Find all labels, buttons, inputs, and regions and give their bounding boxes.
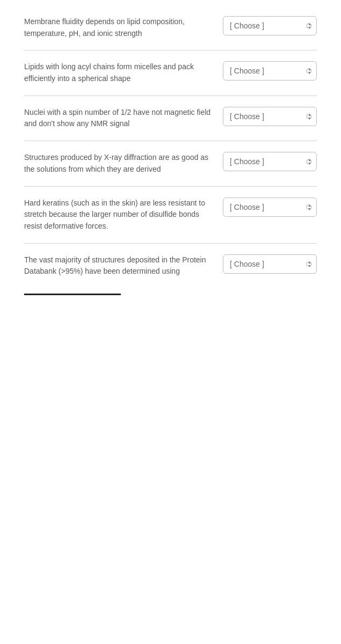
quiz-row-3: Nuclei with a spin number of 1/2 have no… <box>24 96 317 141</box>
select-wrapper-3: [ Choose ]TrueFalse <box>223 107 317 126</box>
choose-select-3[interactable]: [ Choose ]TrueFalse <box>223 107 317 126</box>
select-wrapper-2: [ Choose ]TrueFalse <box>223 61 317 80</box>
choose-select-6[interactable]: [ Choose ]TrueFalse <box>223 254 317 274</box>
statement-1: Membrane fluidity depends on lipid compo… <box>24 16 223 39</box>
statement-2: Lipids with long acyl chains form micell… <box>24 61 223 84</box>
choose-select-1[interactable]: [ Choose ]TrueFalse <box>223 16 317 35</box>
underline-decoration <box>24 294 121 295</box>
quiz-container: Membrane fluidity depends on lipid compo… <box>0 0 341 294</box>
select-wrapper-4: [ Choose ]TrueFalse <box>223 152 317 171</box>
choose-select-2[interactable]: [ Choose ]TrueFalse <box>223 61 317 80</box>
choose-select-4[interactable]: [ Choose ]TrueFalse <box>223 152 317 171</box>
quiz-row-4: Structures produced by X-ray diffraction… <box>24 141 317 186</box>
quiz-row-5: Hard keratins (such as in the skin) are … <box>24 187 317 244</box>
select-wrapper-1: [ Choose ]TrueFalse <box>223 16 317 35</box>
quiz-row-2: Lipids with long acyl chains form micell… <box>24 50 317 96</box>
quiz-row-6: The vast majority of structures deposite… <box>24 244 317 288</box>
statement-5: Hard keratins (such as in the skin) are … <box>24 197 223 232</box>
select-wrapper-6: [ Choose ]TrueFalse <box>223 254 317 274</box>
quiz-row-1: Membrane fluidity depends on lipid compo… <box>24 5 317 50</box>
statement-3: Nuclei with a spin number of 1/2 have no… <box>24 107 223 130</box>
choose-select-5[interactable]: [ Choose ]TrueFalse <box>223 197 317 217</box>
statement-6: The vast majority of structures deposite… <box>24 254 223 277</box>
statement-4: Structures produced by X-ray diffraction… <box>24 152 223 175</box>
select-wrapper-5: [ Choose ]TrueFalse <box>223 197 317 217</box>
